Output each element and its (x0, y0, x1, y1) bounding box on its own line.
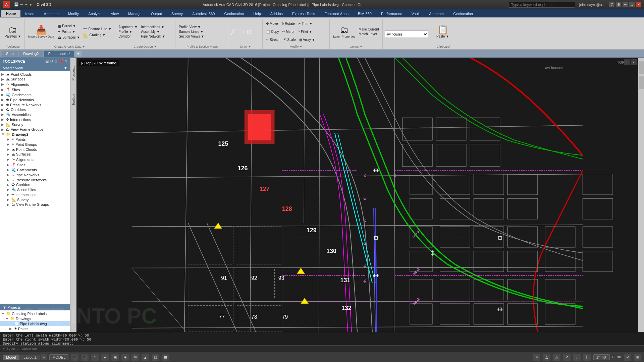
minimize-btn[interactable]: ─ (623, 2, 628, 7)
otrack-btn[interactable]: ◈ (121, 354, 129, 361)
tab-survey[interactable]: Survey (167, 10, 187, 17)
tree-item-view-frame-groups[interactable]: ▶ 🗂 View Frame Groups (0, 127, 70, 132)
tree-item-d2-points[interactable]: ▶ ✦ Points (0, 137, 70, 142)
custom-btn[interactable]: ∥ (583, 354, 591, 361)
intersections-btn[interactable]: Intersections ▼ (140, 25, 166, 29)
tab-insert[interactable]: Insert (20, 10, 39, 17)
points-btn[interactable]: ✦ Points ▼ (56, 29, 81, 35)
alignment-btn[interactable]: Alignment ▼ (117, 25, 139, 29)
tab-geolocation2[interactable]: Geolocation (448, 10, 478, 17)
tree-item-d2-intersections[interactable]: ▶ ✛ Intersections (0, 192, 70, 197)
arc-tool[interactable]: ⌒ (236, 28, 241, 35)
polar-btn[interactable]: ● (101, 354, 109, 361)
isolate-btn[interactable]: ↗ (563, 354, 571, 361)
tree-item-sites[interactable]: ▶ 📍 Sites (0, 87, 70, 92)
tab-home[interactable]: Home (1, 10, 20, 17)
osnap-btn[interactable]: ▣ (111, 354, 119, 361)
nav2[interactable]: ◉ (634, 354, 641, 361)
tree-item-d2-corridors[interactable]: ▶ 🛣 Corridors (0, 182, 70, 187)
tab-vault[interactable]: Vault (407, 10, 424, 17)
refresh-icon[interactable]: ↺ (50, 59, 53, 64)
canvas-area[interactable]: [-][Top][2D Wireframe] TOP + - (76, 58, 638, 332)
tab-pipe-labels[interactable]: Pipe Labels.* (44, 51, 74, 57)
line-tool[interactable]: ╱ (231, 28, 234, 35)
pipe-network-btn[interactable]: Pipe Network ▼ (140, 34, 166, 39)
tab-bim360[interactable]: BIM 360 (353, 10, 376, 17)
tree-item-pressure-networks[interactable]: ▶ ⊕ Pressure Networks (0, 102, 70, 107)
tree-item-surfaces[interactable]: ▶ ⛰ Surfaces (0, 77, 70, 81)
grid-btn[interactable]: ⊞ (71, 354, 78, 361)
pin-icon[interactable]: 📌 (59, 59, 64, 64)
mirror-btn[interactable]: ⇔ Mirror (281, 29, 296, 34)
tree-item-intersections[interactable]: ▶ ✛ Intersections (0, 117, 70, 122)
tree-item-crossing-pipe-labels[interactable]: ▼ 📁 Crossing Pipe Labels (0, 311, 70, 316)
view-icon[interactable]: □ (55, 59, 57, 64)
tree-item-alignments[interactable]: ▶ 〜 Alignments (0, 81, 70, 87)
snap-btn[interactable]: ⊡ (81, 354, 89, 361)
feature-line-btn[interactable]: 〜 Feature Line ▼ (82, 26, 113, 32)
prospector-label[interactable]: Prospector (72, 64, 75, 80)
maximize-btn[interactable]: □ (629, 2, 635, 7)
rect-tool[interactable]: □ (247, 29, 251, 35)
fillet-btn[interactable]: ╰ Fillet ▼ (297, 29, 314, 34)
save-btn[interactable]: 💾 (14, 2, 19, 7)
tree-item-d2-survey[interactable]: ▶ 📐 Survey (0, 197, 70, 202)
add-layout-btn[interactable]: + (41, 354, 47, 360)
profile-btn[interactable]: Profile ▼ (117, 29, 139, 34)
tab-annotate2[interactable]: Annotate (424, 10, 448, 17)
tree-item-assemblies[interactable]: ▶ 🔩 Assemblies (0, 112, 70, 117)
layer-dropdown[interactable]: aw houses (385, 31, 428, 38)
tree-item-pipe-networks[interactable]: ▶ ⊕ Pipe Networks (0, 97, 70, 102)
tab-model[interactable]: Model (3, 355, 19, 360)
selection-btn[interactable]: ◻ (152, 354, 159, 361)
assembly-btn[interactable]: Assembly ▼ (140, 29, 166, 34)
close-btn[interactable]: ✕ (636, 2, 641, 7)
tree-item-survey[interactable]: ▶ 📐 Survey (0, 122, 70, 127)
tree-item-d2-pipe-networks[interactable]: ▶ ⊕ Pipe Networks (0, 172, 70, 177)
redo-btn[interactable]: ↪ (24, 2, 28, 7)
scale-btn[interactable]: 1"=40' (593, 354, 610, 360)
lineweight-btn[interactable]: ⊕ (131, 354, 139, 361)
stretch-btn[interactable]: ⤡ Stretch (265, 38, 281, 42)
tab-autodesk360[interactable]: Autodesk 360 (187, 10, 219, 17)
lock-btn[interactable]: △ (553, 354, 560, 361)
fullscreen-btn[interactable]: ↕ (573, 354, 581, 361)
tree-item-proj-points[interactable]: ▶ ✦ Points (0, 326, 70, 331)
add-tab-btn[interactable]: + (75, 51, 82, 57)
tab-modify[interactable]: Modify (63, 10, 84, 17)
circle-tool[interactable]: ○ (243, 29, 246, 35)
user-info[interactable]: john.sayre@a... (579, 3, 605, 7)
tab-view[interactable]: View (106, 10, 123, 17)
gizmo-btn[interactable]: ◼ (162, 354, 169, 361)
grading-btn[interactable]: 📐 Grading ▼ (82, 33, 113, 38)
map-canvas[interactable]: 6" 8" 6" 8" 6" 8" 6" oop-2 oop-2 oop-2 (76, 58, 638, 332)
tree-item-d2-point-clouds[interactable]: ▶ ☁ Point Clouds (0, 147, 70, 152)
tab-featuredapps[interactable]: Featured Apps (320, 10, 353, 17)
match-layer-btn[interactable]: Match Layer (357, 32, 380, 36)
more-btn[interactable]: ▼ (29, 3, 33, 7)
array-btn[interactable]: ▦ Array ▼ (298, 38, 317, 42)
tab-addins[interactable]: Add-ins (266, 10, 287, 17)
annotation-scale-btn[interactable]: ⌗ (533, 354, 540, 361)
search-input[interactable] (508, 2, 575, 8)
tree-item-point-clouds[interactable]: ▶ ☁ Point Clouds (0, 72, 70, 77)
right-scroll-up[interactable] (639, 61, 644, 74)
surfaces-btn[interactable]: ⛰ Surfaces ▼ (56, 35, 81, 40)
tree-item-drawings[interactable]: ▼ 📁 Drawings (0, 316, 70, 321)
home-icon[interactable]: ⊞ (45, 59, 49, 64)
tree-item-d2-view-frame-groups[interactable]: ▶ 🗂 View Frame Groups (0, 202, 70, 207)
tree-item-corridors[interactable]: ▶ 🛣 Corridors (0, 107, 70, 112)
command-input[interactable] (6, 347, 641, 351)
profile-view-btn[interactable]: Profile View ▼ (177, 25, 205, 29)
model-btn[interactable]: MODEL (49, 354, 68, 360)
copy-btn[interactable]: 📋 Copy (265, 29, 280, 34)
master-view-arrow[interactable]: ▼ (64, 66, 67, 70)
tree-item-d2-surfaces[interactable]: ▶ ⛰ Surfaces (0, 152, 70, 157)
rotate-btn[interactable]: ↻ Rotate (280, 21, 296, 26)
tab-annotate[interactable]: Annotate (39, 10, 63, 17)
tab-expresstools[interactable]: Express Tools (287, 10, 320, 17)
section-views-btn[interactable]: Section Views ▼ (177, 34, 205, 39)
scale-btn[interactable]: ⇱ Scale (282, 38, 297, 42)
workspace-btn[interactable]: Δ (543, 354, 550, 361)
layer-properties-btn[interactable]: 🗂 Layer Properties (332, 21, 357, 43)
